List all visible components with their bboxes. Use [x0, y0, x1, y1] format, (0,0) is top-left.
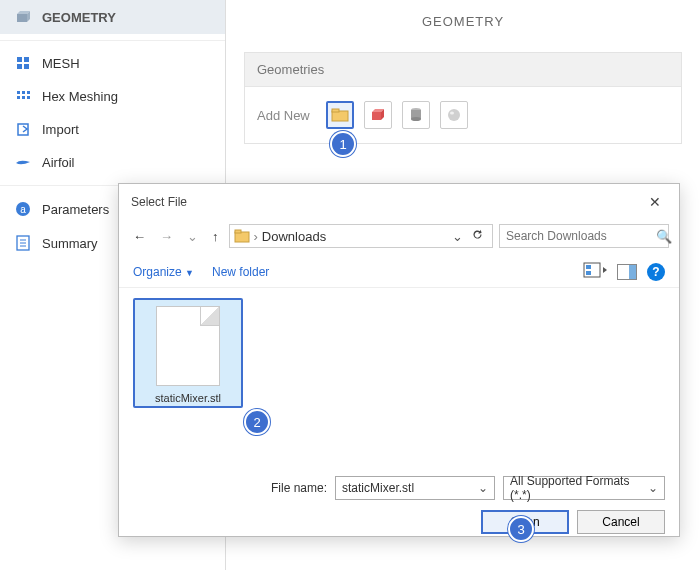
cancel-button[interactable]: Cancel: [577, 510, 665, 534]
hex-icon: [14, 89, 32, 104]
refresh-icon[interactable]: [467, 228, 488, 244]
svg-rect-22: [372, 112, 381, 120]
sidebar-label: Hex Meshing: [42, 89, 118, 104]
sidebar-item-import[interactable]: Import: [0, 113, 225, 146]
sidebar-item-airfoil[interactable]: Airfoil: [0, 146, 225, 179]
view-mode-button[interactable]: [583, 262, 607, 281]
search-box[interactable]: 🔍: [499, 224, 669, 248]
svg-rect-21: [332, 109, 339, 112]
svg-point-29: [450, 112, 454, 115]
svg-rect-6: [24, 64, 29, 69]
search-icon[interactable]: 🔍: [656, 229, 672, 244]
organize-menu[interactable]: Organize ▼: [133, 265, 194, 279]
file-dialog: Select File ✕ ← → ⌄ ↑ › Downloads ⌄ 🔍 Or…: [118, 183, 680, 537]
svg-rect-7: [17, 91, 20, 94]
path-breadcrumb[interactable]: › Downloads ⌄: [229, 224, 494, 248]
file-name-label: File name:: [271, 481, 327, 495]
dialog-title: Select File: [131, 195, 187, 209]
file-list[interactable]: staticMixer.stl: [119, 288, 679, 468]
sidebar-label: Import: [42, 122, 79, 137]
callout-badge-2: 2: [244, 409, 270, 435]
svg-rect-8: [22, 91, 25, 94]
panel-body: Add New: [245, 87, 681, 143]
close-icon[interactable]: ✕: [643, 192, 667, 212]
file-item[interactable]: staticMixer.stl: [133, 298, 243, 408]
file-name-combo[interactable]: staticMixer.stl ⌄: [335, 476, 495, 500]
chevron-right-icon: ›: [254, 229, 258, 244]
chevron-down-icon: ⌄: [478, 481, 488, 495]
svg-rect-11: [22, 96, 25, 99]
preview-pane-button[interactable]: [617, 264, 637, 280]
callout-badge-3: 3: [508, 516, 534, 542]
sidebar-item-hex[interactable]: Hex Meshing: [0, 80, 225, 113]
filter-value: All Supported Formats (*.*): [510, 474, 648, 502]
add-cylinder-button[interactable]: [402, 101, 430, 129]
dialog-toolbar: Organize ▼ New folder ?: [119, 256, 679, 288]
mesh-icon: [14, 56, 32, 71]
svg-point-27: [411, 117, 421, 121]
sidebar-label: Parameters: [42, 202, 109, 217]
help-icon[interactable]: ?: [647, 263, 665, 281]
search-input[interactable]: [506, 229, 656, 243]
sidebar-label: Airfoil: [42, 155, 75, 170]
dialog-nav: ← → ⌄ ↑ › Downloads ⌄ 🔍: [119, 220, 679, 256]
svg-rect-0: [17, 14, 27, 22]
summary-icon: [14, 235, 32, 251]
back-icon[interactable]: ←: [129, 227, 150, 246]
svg-rect-12: [27, 96, 30, 99]
callout-badge-1: 1: [330, 131, 356, 157]
svg-rect-5: [17, 64, 22, 69]
geometry-icon: [14, 9, 32, 25]
divider: [0, 40, 225, 41]
up-icon[interactable]: ↑: [208, 227, 223, 246]
import-icon: [14, 122, 32, 137]
svg-rect-3: [17, 57, 22, 62]
chevron-down-icon[interactable]: ⌄: [183, 227, 202, 246]
svg-rect-31: [235, 230, 241, 233]
new-folder-button[interactable]: New folder: [212, 265, 269, 279]
page-title: GEOMETRY: [226, 0, 700, 44]
add-cube-button[interactable]: [364, 101, 392, 129]
svg-point-28: [448, 109, 460, 121]
chevron-down-icon: ⌄: [648, 481, 658, 495]
svg-rect-33: [586, 265, 591, 269]
sidebar-label: MESH: [42, 56, 80, 71]
file-thumb-icon: [156, 306, 220, 386]
sidebar-label: Summary: [42, 236, 98, 251]
chevron-down-icon[interactable]: ⌄: [452, 229, 463, 244]
panel-header: Geometries: [245, 53, 681, 87]
dialog-titlebar: Select File ✕: [119, 184, 679, 220]
add-from-file-button[interactable]: [326, 101, 354, 129]
sidebar-label: GEOMETRY: [42, 10, 116, 25]
file-name-value: staticMixer.stl: [342, 481, 414, 495]
forward-icon[interactable]: →: [156, 227, 177, 246]
sidebar-item-geometry[interactable]: GEOMETRY: [0, 0, 225, 34]
file-filter-combo[interactable]: All Supported Formats (*.*) ⌄: [503, 476, 665, 500]
add-sphere-button[interactable]: [440, 101, 468, 129]
airfoil-icon: [14, 158, 32, 168]
path-segment[interactable]: Downloads: [262, 229, 326, 244]
add-new-label: Add New: [257, 108, 310, 123]
parameters-icon: a: [14, 201, 32, 217]
svg-rect-34: [586, 271, 591, 275]
folder-icon: [234, 229, 250, 243]
svg-text:a: a: [20, 204, 26, 215]
svg-rect-9: [27, 91, 30, 94]
chevron-down-icon: ▼: [185, 268, 194, 278]
file-name: staticMixer.stl: [139, 392, 237, 404]
svg-rect-10: [17, 96, 20, 99]
svg-marker-35: [603, 267, 607, 273]
geometries-panel: Geometries Add New: [244, 52, 682, 144]
svg-rect-4: [24, 57, 29, 62]
sidebar-item-mesh[interactable]: MESH: [0, 47, 225, 80]
dialog-footer: File name: staticMixer.stl ⌄ All Support…: [119, 468, 679, 548]
